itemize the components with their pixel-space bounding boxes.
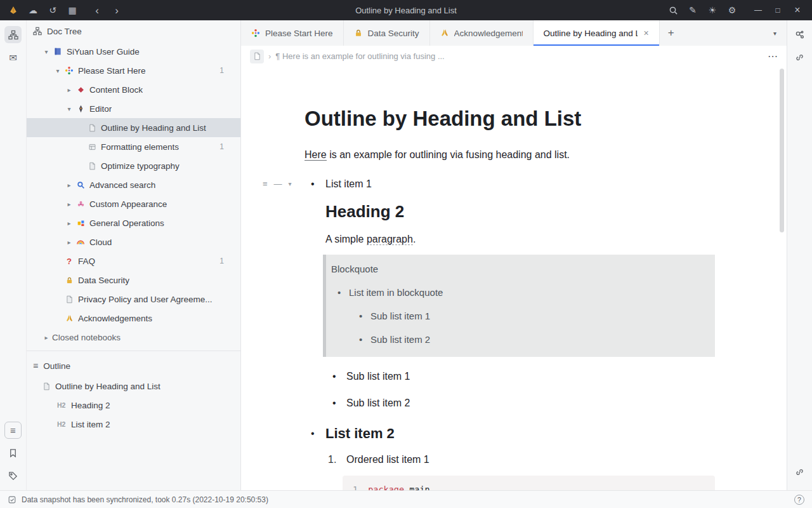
dock-graph-icon[interactable] (791, 26, 808, 43)
chevron-right-icon[interactable]: ▸ (63, 201, 75, 208)
search-icon[interactable] (667, 4, 679, 16)
tree-label: Cloud (89, 237, 112, 247)
chevron-right-icon[interactable]: ▸ (63, 220, 75, 227)
blockquote-sub-item[interactable]: • Sub list item 1 (354, 309, 705, 323)
dock-doc-tree-icon[interactable] (4, 26, 22, 43)
tab-label: Data Security (368, 29, 419, 38)
dock-backlinks-icon[interactable] (791, 49, 808, 66)
outline-label: List item 2 (71, 420, 110, 429)
list-item-1-text[interactable]: List item 1 (325, 177, 717, 191)
breadcrumb-separator: › (268, 51, 271, 61)
lock-icon (354, 29, 363, 37)
minimize-button[interactable]: — (752, 4, 764, 16)
tree-row-faq[interactable]: ? FAQ 1 (27, 251, 240, 271)
tree-row-editor[interactable]: ▾ Editor (27, 99, 240, 118)
breadcrumb-doc-icon[interactable] (250, 50, 264, 64)
more-menu-icon[interactable]: ⋯ (768, 50, 778, 62)
tree-row-outline-by-heading-and-list[interactable]: Outline by Heading and List (27, 118, 240, 137)
outline-item-list-item-2[interactable]: H2 List item 2 (27, 415, 240, 434)
dock-bookmark-icon[interactable] (4, 444, 22, 462)
list-item-1-block[interactable]: ≡ — ▾ • List item 1 Heading 2 A simple p… (304, 177, 717, 410)
tab-acknowledgements[interactable]: Acknowledgements (430, 20, 534, 46)
blockquote-list-item[interactable]: • List item in blockquote (332, 286, 705, 299)
edit-mode-icon[interactable]: ✎ (687, 4, 698, 16)
tab-outline-by-heading-and-list[interactable]: Outline by Heading and List × (534, 20, 660, 46)
help-icon[interactable]: ? (794, 495, 804, 505)
tree-row-privacy-policy[interactable]: Privacy Policy and User Agreeme... (27, 290, 240, 309)
status-message: Data snapshot has been synchronized, too… (22, 495, 268, 504)
tree-row-custom-appearance[interactable]: ▸ Custom Appearance (27, 194, 240, 213)
code-block[interactable]: 1package main (343, 476, 715, 490)
tree-row-advanced-search[interactable]: ▸ Advanced search (27, 175, 240, 194)
cloud-sync-icon[interactable]: ☁ (27, 4, 39, 16)
breadcrumb-segment[interactable]: ¶ Here is an example for outlining via f… (275, 51, 444, 61)
ordered-list-item[interactable]: 1. Ordered list item 1 (328, 453, 717, 467)
h2-badge-icon: H2 (57, 401, 71, 409)
doc-tree-title: Doc Tree (47, 27, 82, 36)
tree-row-data-security[interactable]: Data Security (27, 271, 240, 290)
tree-label: Custom Appearance (89, 199, 167, 209)
folded-hands-icon (63, 313, 75, 323)
tree-row-formatting-elements[interactable]: Formatting elements 1 (27, 137, 240, 156)
blockquote[interactable]: Blockquote • List item in blockquote • S… (323, 255, 715, 357)
list-item-2-block[interactable]: • List item 2 1. Ordered list item 1 1pa… (304, 424, 717, 490)
doc-file-icon (63, 294, 75, 304)
dock-outline-icon[interactable]: ≡ (4, 422, 22, 439)
editor-scrollbar[interactable] (780, 69, 784, 232)
simple-paragraph[interactable]: A simple paragraph. (325, 232, 717, 246)
tree-row-acknowledgements[interactable]: Acknowledgements (27, 309, 240, 328)
dock-link-icon[interactable] (791, 464, 808, 481)
intro-paragraph[interactable]: Here is an example for outlining via fus… (304, 148, 717, 162)
chevron-down-icon[interactable]: ▾ (52, 67, 63, 74)
blockquote-text[interactable]: Blockquote (331, 262, 705, 276)
sidebar-divider (27, 351, 240, 351)
blockquote-sub-item[interactable]: • Sub list item 2 (354, 333, 705, 346)
chevron-right-icon[interactable]: ▸ (63, 182, 75, 189)
daily-note-icon[interactable]: ▦ (67, 4, 78, 16)
chevron-down-icon[interactable]: ▾ (63, 105, 75, 112)
heading-2[interactable]: Heading 2 (325, 201, 717, 222)
tree-label: Optimize typography (101, 161, 180, 171)
outline-item-heading2[interactable]: H2 Heading 2 (27, 396, 240, 415)
list-gutter-icon[interactable]: ≡ (263, 178, 268, 190)
collapse-gutter-icon[interactable]: ▾ (289, 178, 292, 190)
tree-row-cloud[interactable]: ▸ Cloud (27, 232, 240, 251)
tab-data-security[interactable]: Data Security (344, 20, 430, 46)
outline-item-doc[interactable]: Outline by Heading and List (27, 377, 240, 396)
rainbow-icon (75, 237, 86, 247)
tree-row-content-block[interactable]: ▸ Content Block (27, 80, 240, 99)
back-icon[interactable]: ‹ (91, 4, 103, 16)
tree-label: Content Block (89, 85, 143, 95)
theme-icon[interactable]: ☀ (707, 4, 718, 16)
tab-please-start-here[interactable]: Please Start Here (241, 20, 344, 46)
sub-list-item[interactable]: • Sub list item 2 (332, 396, 717, 410)
document-title[interactable]: Outline by Heading and List (304, 105, 717, 133)
virtual-ref[interactable]: paragraph (367, 234, 413, 245)
tree-row-general-operations[interactable]: ▸ General Operations (27, 213, 240, 232)
history-icon[interactable]: ↺ (47, 4, 58, 16)
dock-tag-icon[interactable] (4, 467, 22, 485)
chevron-right-icon[interactable]: ▸ (41, 334, 52, 341)
siyuan-logo-icon[interactable] (8, 4, 19, 16)
tab-list-chevron-icon[interactable]: ▾ (773, 30, 787, 37)
block-ref-link[interactable]: Here (304, 149, 327, 161)
list-item-2-heading[interactable]: List item 2 (325, 424, 717, 443)
dock-inbox-icon[interactable]: ✉ (4, 49, 22, 66)
chevron-down-icon[interactable]: ▾ (41, 48, 52, 55)
chevron-right-icon[interactable]: ▸ (63, 86, 75, 93)
close-button[interactable]: × (792, 4, 803, 16)
maximize-button[interactable]: □ (772, 4, 783, 16)
settings-gear-icon[interactable]: ⚙ (726, 4, 738, 16)
editor-pane[interactable]: Outline by Heading and List Here is an e… (241, 67, 787, 490)
chevron-right-icon[interactable]: ▸ (63, 239, 75, 246)
tree-row-optimize-typography[interactable]: Optimize typography (27, 156, 240, 175)
sub-list-item[interactable]: • Sub list item 1 (332, 370, 717, 384)
new-tab-button[interactable]: + (660, 27, 683, 39)
tree-row-notebook[interactable]: ▾ SiYuan User Guide (27, 42, 240, 61)
tree-row-please-start-here[interactable]: ▾ Please Start Here 1 (27, 61, 240, 80)
doc-tree-header: Doc Tree (27, 20, 240, 42)
forward-icon[interactable]: › (111, 4, 122, 16)
tree-row-closed-notebooks[interactable]: ▸ Closed notebooks (27, 328, 240, 347)
close-tab-icon[interactable]: × (644, 28, 649, 38)
drag-gutter-icon[interactable]: — (274, 178, 282, 190)
